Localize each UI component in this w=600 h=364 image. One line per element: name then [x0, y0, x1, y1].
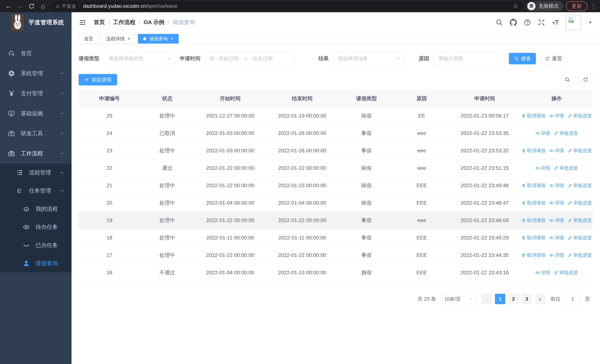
action-cancel-leave[interactable]: 取消请假	[521, 148, 545, 154]
refresh-table-button[interactable]	[579, 73, 593, 87]
action-approval-progress[interactable]: 审批进度	[568, 252, 592, 258]
sidebar-fold-icon[interactable]	[79, 19, 86, 26]
action-label: 详情	[555, 113, 564, 119]
user-menu-caret-icon[interactable]	[588, 20, 593, 25]
cell-reason: eee	[395, 165, 449, 171]
prev-page-button[interactable]: ‹	[482, 294, 492, 304]
sidebar-item-workflow[interactable]: 工作流程	[0, 143, 72, 163]
action-cancel-leave[interactable]: 取消请假	[521, 235, 545, 241]
result-placeholder: 请选择流结果	[338, 55, 393, 62]
browser-home-button[interactable]: ⌂	[38, 1, 48, 11]
sidebar-item-home[interactable]: 首页	[0, 43, 72, 63]
sidebar-item-infrastructure[interactable]: 基础设施	[0, 103, 72, 123]
page-button-3[interactable]: 3	[522, 294, 532, 304]
cell-reason: eee	[395, 148, 449, 154]
bookmark-star-icon[interactable]: ☆	[513, 2, 518, 10]
result-select[interactable]: 请选择流结果	[333, 53, 405, 65]
avatar[interactable]	[566, 15, 581, 30]
page-button-1[interactable]: 1	[495, 294, 505, 304]
action-detail[interactable]: 详情	[535, 270, 550, 276]
incognito-badge: 无痕模式	[526, 1, 563, 11]
action-cancel-leave[interactable]: 取消请假	[521, 217, 545, 223]
apply-time-range-picker[interactable]: 开始日期 - 结束日期	[205, 53, 294, 65]
action-detail[interactable]: 详情	[535, 165, 550, 171]
reset-button[interactable]: 重置	[540, 53, 567, 64]
action-detail[interactable]: 详情	[549, 182, 564, 188]
font-size-icon[interactable]	[552, 19, 559, 26]
action-approval-progress[interactable]: 审批进度	[568, 217, 592, 223]
action-detail[interactable]: 详情	[549, 113, 564, 119]
fullscreen-icon[interactable]	[538, 19, 545, 26]
sidebar-item-dev-tools[interactable]: 研发工具	[0, 123, 72, 143]
action-approval-progress[interactable]: 审批进度	[568, 200, 592, 206]
apply-time-label: 申请时间	[180, 55, 200, 62]
sidebar-item-task-management[interactable]: 任务管理	[0, 182, 72, 200]
address-bar[interactable]: ⚠ 不安全 dashboard.yudao.iocoder.cn /bpm/oa…	[51, 1, 523, 11]
sidebar-item-system-management[interactable]: 系统管理	[0, 63, 72, 84]
toggle-search-button[interactable]	[560, 73, 574, 87]
action-approval-progress[interactable]: 审批进度	[568, 113, 592, 119]
sidebar-item-my-processes[interactable]: 我的流程	[0, 200, 72, 218]
cell-actions: 取消请假详情审批进度	[521, 217, 593, 223]
action-approval-progress[interactable]: 审批进度	[554, 270, 578, 276]
page-size-select[interactable]: 10条/页	[440, 294, 476, 304]
help-icon[interactable]	[524, 19, 531, 26]
breadcrumb-item-home[interactable]: 首页	[94, 19, 105, 26]
tab-process-detail[interactable]: 流程详情 ×	[101, 34, 136, 44]
yen-icon	[7, 90, 16, 97]
tab-close-icon[interactable]: ×	[171, 37, 173, 41]
tab-leave-query[interactable]: 请假查询 ×	[138, 34, 179, 44]
eye-icon	[549, 183, 554, 188]
action-detail[interactable]: 详情	[549, 200, 564, 206]
leave-type-select[interactable]: 请选择请假类型	[104, 53, 176, 65]
action-cancel-leave[interactable]: 取消请假	[521, 200, 545, 206]
github-icon[interactable]	[510, 19, 517, 26]
cell-status: 处理中	[140, 112, 194, 119]
sidebar-item-todo-tasks[interactable]: 待办任务	[0, 218, 72, 236]
cell-status: 处理中	[140, 252, 194, 259]
action-cancel-leave[interactable]: 取消请假	[521, 182, 545, 188]
page-button-2[interactable]: 2	[508, 294, 519, 304]
action-detail[interactable]: 详情	[549, 235, 564, 241]
sidebar-item-process-management[interactable]: 流程管理	[0, 163, 72, 182]
browser-menu-icon[interactable]: ⋮	[590, 2, 597, 10]
action-cancel-leave[interactable]: 取消请假	[521, 113, 545, 119]
action-approval-progress[interactable]: 审批进度	[568, 148, 592, 154]
url-host: dashboard.yudao.iocoder.cn	[83, 3, 146, 9]
search-icon[interactable]	[496, 19, 503, 26]
action-approval-progress[interactable]: 审批进度	[568, 182, 592, 188]
action-detail[interactable]: 详情	[549, 217, 564, 223]
cell-status: 已取消	[140, 130, 194, 137]
sidebar-item-payment-management[interactable]: 支付管理	[0, 84, 72, 103]
date-range-separator: -	[245, 56, 246, 62]
logo-area[interactable]: 芋道管理系统	[0, 12, 72, 33]
cell-status: 处理中	[140, 147, 194, 154]
action-detail[interactable]: 详情	[549, 252, 564, 258]
browser-update-button[interactable]: 更新	[566, 1, 587, 11]
reason-input[interactable]	[438, 56, 500, 62]
action-detail[interactable]: 详情	[535, 130, 550, 136]
search-button[interactable]: 搜索	[509, 53, 536, 64]
breadcrumb-item-oa-example[interactable]: OA 示例	[144, 19, 164, 26]
browser-reload-button[interactable]	[26, 1, 37, 11]
cell-apply-id: 23	[79, 148, 140, 154]
action-approval-progress[interactable]: 审批进度	[554, 130, 578, 136]
action-approval-progress[interactable]: 审批进度	[554, 165, 578, 171]
action-label: 审批进度	[559, 130, 578, 136]
browser-back-button[interactable]: ←	[3, 1, 14, 11]
tab-close-icon[interactable]: ×	[128, 37, 130, 41]
toolbox-icon	[7, 130, 16, 137]
breadcrumb-item-workflow[interactable]: 工作流程	[113, 19, 135, 26]
tab-home[interactable]: 首页	[79, 34, 99, 44]
action-detail[interactable]: 详情	[549, 148, 564, 154]
sidebar-item-leave-query[interactable]: 请假查询	[0, 254, 72, 272]
action-cancel-leave[interactable]: 取消请假	[521, 252, 545, 258]
action-approval-progress[interactable]: 审批进度	[568, 235, 592, 241]
browser-toolbar: ← → ⌂ ⚠ 不安全 dashboard.yudao.iocoder.cn /…	[0, 0, 600, 12]
goto-page-input[interactable]	[565, 294, 581, 304]
tab-bar: 首页 流程详情 × 请假查询 ×	[72, 33, 600, 45]
sidebar-item-done-tasks[interactable]: 已办任务	[0, 236, 72, 254]
next-page-button[interactable]: ›	[535, 294, 545, 304]
create-leave-button[interactable]: 发起请假	[79, 74, 117, 85]
browser-forward-button[interactable]: →	[15, 1, 25, 11]
